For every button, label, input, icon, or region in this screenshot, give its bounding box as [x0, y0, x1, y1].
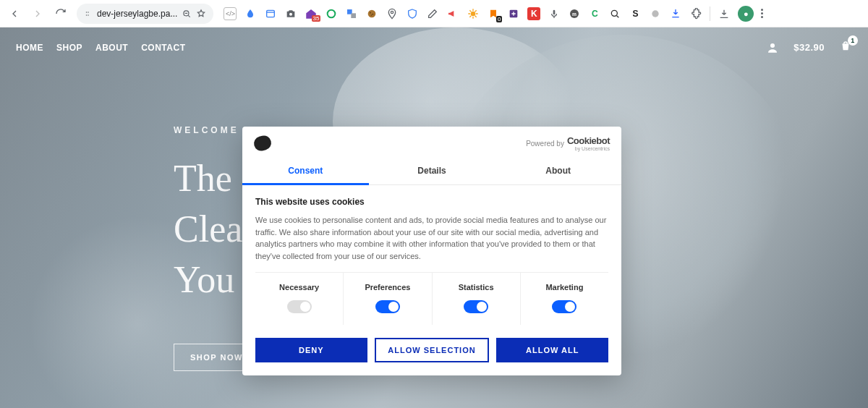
svg-rect-17 — [553, 9, 556, 14]
toggle-preferences[interactable] — [375, 300, 400, 313]
back-button[interactable] — [4, 4, 25, 24]
svg-point-11 — [370, 12, 372, 13]
category-label: Necessary — [258, 283, 340, 292]
category-label: Marketing — [524, 283, 605, 292]
svg-point-1 — [88, 12, 89, 13]
category-necessary: Necessary — [255, 273, 344, 325]
site-settings-icon — [84, 9, 93, 18]
svg-point-3 — [88, 14, 89, 16]
modal-tabs: Consent Details About — [242, 158, 621, 185]
svg-point-12 — [373, 13, 374, 14]
powered-by: Powered by Cookiebotby Usercentrics — [526, 135, 610, 151]
toggle-necessary — [287, 300, 312, 313]
svg-point-14 — [391, 11, 393, 13]
ext-translate-icon[interactable] — [345, 7, 358, 20]
ext-location-icon[interactable] — [386, 7, 399, 20]
modal-text: We use cookies to personalise content an… — [255, 214, 608, 262]
ext-green-c-icon[interactable]: C — [588, 7, 601, 20]
brand-name: Cookiebot — [567, 135, 610, 146]
ext-orange-badge-icon[interactable]: 0 — [487, 7, 500, 20]
allow-selection-button[interactable]: ALLOW SELECTION — [375, 338, 490, 362]
ext-m-circle-icon[interactable]: m — [568, 7, 581, 20]
modal-overlay: Powered by Cookiebotby Usercentrics Cons… — [0, 27, 868, 408]
tab-details[interactable]: Details — [369, 158, 495, 184]
modal-body: This website uses cookies We use cookies… — [242, 185, 621, 329]
cookie-categories: Necessary Preferences Statistics Marketi… — [255, 272, 608, 325]
category-label: Statistics — [435, 283, 517, 292]
chrome-menu-icon[interactable] — [761, 9, 763, 18]
ext-cookie-icon[interactable] — [365, 7, 378, 20]
browser-toolbar: dev-jerseylagbe.pa... </> 35 0 K m C S ● — [0, 0, 868, 27]
ext-green-circle-icon[interactable] — [325, 7, 338, 20]
toggle-statistics[interactable] — [464, 300, 488, 313]
svg-point-0 — [86, 12, 88, 13]
ext-gear-orange-icon[interactable] — [467, 7, 480, 20]
svg-point-7 — [328, 9, 336, 17]
divider — [710, 7, 710, 21]
modal-title: This website uses cookies — [255, 197, 608, 207]
tab-consent[interactable]: Consent — [242, 158, 369, 184]
svg-rect-5 — [267, 10, 275, 17]
cookiebot-logo-icon — [252, 134, 273, 153]
category-marketing: Marketing — [521, 273, 608, 325]
forward-button[interactable] — [27, 4, 48, 24]
star-icon[interactable] — [196, 9, 206, 19]
ext-search-icon[interactable] — [608, 7, 621, 20]
tab-about[interactable]: About — [495, 158, 621, 184]
deny-button[interactable]: DENY — [255, 338, 367, 362]
allow-all-button[interactable]: ALLOW ALL — [496, 338, 608, 362]
svg-point-13 — [371, 14, 372, 15]
ext-download-blue-icon[interactable] — [669, 7, 682, 20]
reload-button[interactable] — [51, 4, 71, 24]
ext-camera-icon[interactable] — [284, 7, 297, 20]
page-content: HOME SHOP ABOUT CONTACT $32.90 1 WELCOME… — [0, 27, 868, 408]
svg-point-10 — [368, 9, 376, 17]
category-preferences: Preferences — [344, 273, 432, 325]
downloads-icon[interactable] — [718, 7, 731, 20]
category-statistics: Statistics — [433, 273, 521, 325]
url-text: dev-jerseylagbe.pa... — [97, 9, 177, 19]
ext-orange-badge-count: 0 — [496, 16, 502, 22]
ext-shield-icon[interactable] — [406, 7, 419, 20]
ext-red-k-icon[interactable]: K — [527, 7, 540, 20]
ext-s-icon[interactable]: S — [629, 7, 642, 20]
svg-point-21 — [652, 10, 659, 17]
brand-sub: by Usercentrics — [567, 146, 610, 151]
modal-buttons: DENY ALLOW SELECTION ALLOW ALL — [242, 329, 621, 375]
toggle-marketing[interactable] — [552, 300, 576, 313]
ext-house-badge-icon[interactable]: 35 — [305, 7, 318, 20]
cookie-consent-modal: Powered by Cookiebotby Usercentrics Cons… — [242, 127, 621, 375]
powered-label: Powered by — [526, 140, 564, 148]
svg-point-2 — [86, 14, 88, 16]
ext-devtools-icon[interactable]: </> — [224, 7, 237, 20]
ext-house-badge-count: 35 — [312, 15, 321, 22]
ext-panel-icon[interactable] — [264, 7, 277, 20]
ext-mic-icon[interactable] — [548, 7, 561, 20]
svg-point-20 — [612, 10, 618, 16]
ext-megaphone-icon[interactable] — [446, 7, 459, 20]
extensions-puzzle-icon[interactable] — [689, 7, 702, 20]
svg-text:m: m — [572, 11, 576, 16]
modal-header: Powered by Cookiebotby Usercentrics — [242, 127, 621, 158]
zoom-icon[interactable] — [182, 9, 192, 19]
svg-rect-9 — [352, 13, 357, 18]
svg-point-6 — [289, 12, 292, 15]
ext-grey-circle-icon[interactable] — [649, 7, 662, 20]
extensions-row: </> 35 0 K m C S — [224, 7, 702, 20]
ext-blue-drop-icon[interactable] — [244, 7, 257, 20]
category-label: Preferences — [346, 283, 428, 292]
profile-avatar[interactable]: ● — [738, 6, 754, 22]
svg-point-15 — [471, 11, 476, 16]
ext-purple-square-icon[interactable] — [507, 7, 520, 20]
address-bar[interactable]: dev-jerseylagbe.pa... — [77, 4, 213, 24]
ext-edit-icon[interactable] — [426, 7, 439, 20]
